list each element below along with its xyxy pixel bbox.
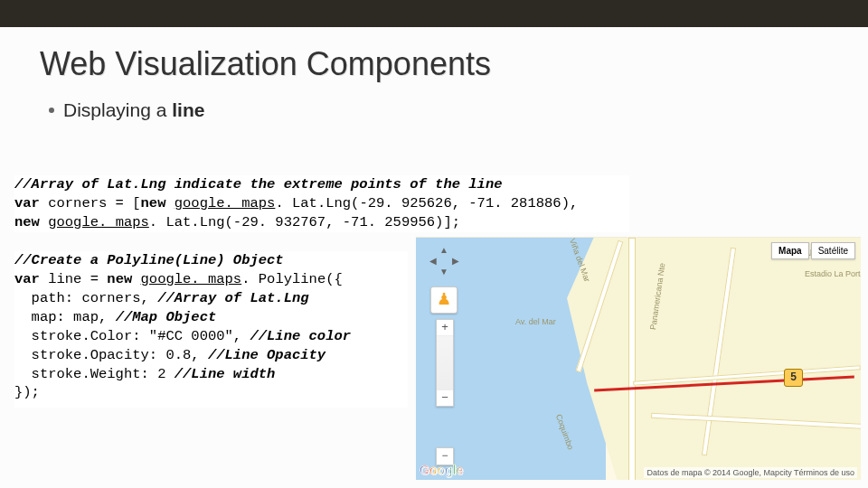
code-text — [132, 271, 140, 287]
zoom-in-button[interactable]: + — [437, 320, 453, 336]
slide-title: Web Visualization Components — [40, 45, 868, 83]
code-text: path: corners, — [14, 290, 157, 306]
map-type-switch[interactable]: Mapa Satélite — [771, 242, 855, 259]
zoom-slider[interactable] — [437, 336, 453, 390]
bullet-bold: line — [172, 99, 204, 120]
code-comment: //Line color — [250, 328, 351, 344]
code-comment: //Array of Lat.Lng — [157, 290, 308, 306]
code-kw-var: var — [14, 271, 40, 287]
code-ident: google. maps — [141, 271, 242, 287]
code-text: . Polyline({ — [241, 271, 343, 287]
pegman-button[interactable]: ♟ — [430, 286, 458, 314]
code-text: stroke.Weight: 2 — [14, 366, 175, 382]
map-label: Av. del Mar — [515, 317, 556, 326]
code-ident: google. maps — [175, 195, 276, 211]
zoom-out-button[interactable]: − — [437, 390, 453, 406]
route-marker: 5 — [784, 369, 803, 387]
code-text — [40, 214, 48, 230]
code-block-polyline: //Create a Polyline(Line) Object var lin… — [14, 251, 408, 408]
code-text — [165, 195, 174, 211]
bullet-dot-icon — [49, 108, 54, 113]
code-comment: //Array of Lat.Lng indicate the extreme … — [14, 176, 503, 192]
google-logo: Google — [420, 463, 463, 477]
map-view[interactable]: Viña del Mar Coquimbo Panamericana Nte A… — [416, 237, 861, 480]
code-block-array: //Array of Lat.Lng indicate the extreme … — [14, 175, 629, 232]
pan-left-icon[interactable]: ◀ — [427, 256, 439, 268]
code-comment: //Create a Polyline(Line) Object — [14, 252, 284, 268]
bullet-prefix: Displaying a — [63, 99, 172, 120]
code-text: stroke.Color: "#CC 0000", — [14, 328, 250, 344]
code-kw-new: new — [14, 214, 40, 230]
pan-up-icon[interactable]: ▲ — [438, 245, 450, 258]
map-label: Estadio La Portada — [805, 269, 861, 278]
pan-control[interactable]: ▲ ▼ ◀ ▶ — [427, 247, 463, 283]
code-text: stroke.Opacity: 0.8, — [14, 347, 208, 363]
bullet-row: Displaying a line — [49, 99, 868, 121]
bullet-text: Displaying a line — [63, 99, 204, 121]
code-kw-new: new — [141, 195, 166, 211]
map-type-satellite-button[interactable]: Satélite — [811, 242, 855, 259]
pan-right-icon[interactable]: ▶ — [449, 256, 462, 268]
map-road — [628, 238, 636, 480]
map-type-map-button[interactable]: Mapa — [771, 242, 809, 259]
code-text: }); — [14, 384, 40, 400]
slide-top-bar — [0, 0, 868, 27]
code-text: . Lat.Lng(-29. 925626, -71. 281886), — [275, 195, 578, 211]
code-kw-var: var — [14, 195, 40, 211]
zoom-control[interactable]: + − — [436, 319, 454, 407]
code-ident: google. maps — [48, 214, 149, 230]
code-text: line = — [40, 271, 107, 287]
pegman-icon: ♟ — [437, 290, 451, 308]
code-kw-new: new — [107, 271, 132, 287]
pan-down-icon[interactable]: ▼ — [438, 267, 450, 279]
code-comment: //Line Opacity — [208, 347, 326, 363]
code-text: . Lat.Lng(-29. 932767, -71. 259956)]; — [149, 214, 460, 230]
code-text: corners = [ — [40, 195, 141, 211]
code-comment: //Map Object — [116, 309, 217, 325]
code-text: map: map, — [14, 309, 116, 325]
code-comment: //Line width — [175, 366, 276, 382]
map-attribution: Datos de mapa © 2014 Google, Mapcity Tér… — [644, 467, 857, 478]
